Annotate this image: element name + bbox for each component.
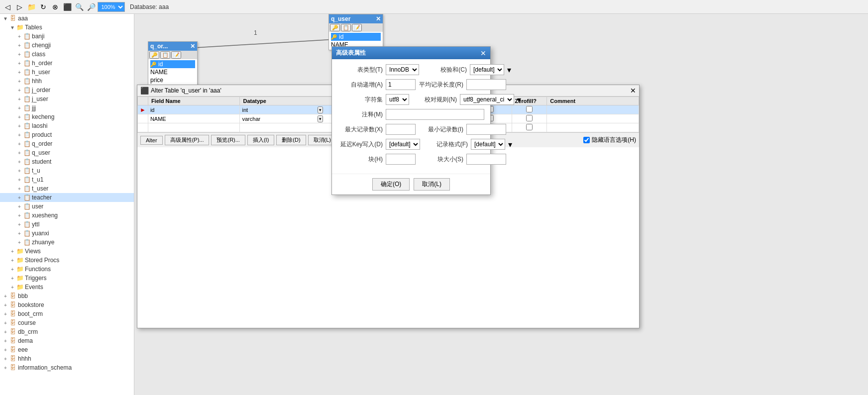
row-datatype-0[interactable]: ▾ bbox=[240, 105, 338, 114]
table-toggle-h_order[interactable]: + bbox=[16, 60, 23, 67]
row-comment-2[interactable] bbox=[547, 123, 639, 132]
db-toggle-hhhh[interactable]: + bbox=[2, 355, 9, 362]
sidebar-item-hhh[interactable]: + 📋 hhh bbox=[0, 77, 134, 86]
q-user-card-close[interactable]: ✕ bbox=[376, 15, 381, 22]
collation-dropdown-icon[interactable]: ▾ bbox=[507, 65, 511, 75]
db-toggle-eee[interactable]: + bbox=[2, 346, 9, 353]
sidebar-item-j_user[interactable]: + 📋 j_user bbox=[0, 95, 134, 103]
row-fieldname-1[interactable] bbox=[148, 114, 240, 123]
toolbar-btn-folder[interactable]: 📁 bbox=[26, 1, 37, 12]
table-toggle-kecheng[interactable]: + bbox=[16, 113, 23, 120]
delete-btn[interactable]: 删除(D) bbox=[276, 135, 306, 145]
dialog-close-btn[interactable]: ✕ bbox=[480, 49, 486, 57]
sidebar-item-product[interactable]: + 📋 product bbox=[0, 130, 134, 139]
table-toggle-t_u1[interactable]: + bbox=[16, 176, 23, 183]
row-fieldname-0[interactable] bbox=[148, 105, 240, 114]
charset-select[interactable]: utf8 bbox=[386, 94, 409, 105]
sidebar-item-t_user[interactable]: + 📋 t_user bbox=[0, 184, 134, 193]
row-zerofill-0[interactable] bbox=[512, 105, 547, 114]
sidebar-db-eee[interactable]: + 🗄 eee bbox=[0, 345, 134, 354]
db-toggle-course[interactable]: + bbox=[2, 319, 9, 326]
max-rows-input[interactable] bbox=[386, 124, 416, 135]
db-toggle-dema[interactable]: + bbox=[2, 337, 9, 344]
section-toggle-Triggers[interactable]: + bbox=[9, 275, 16, 282]
sidebar-root-db[interactable]: ▼ 🗄 aaa bbox=[0, 14, 134, 23]
table-toggle-jjj[interactable]: + bbox=[16, 104, 23, 111]
field-name-input-0[interactable] bbox=[150, 107, 238, 113]
toolbar-btn-refresh[interactable]: ↻ bbox=[38, 1, 49, 12]
table-toggle-zhuanye[interactable]: + bbox=[16, 239, 23, 246]
table-toggle-t_u[interactable]: + bbox=[16, 167, 23, 174]
row-fieldname-2[interactable] bbox=[148, 123, 240, 132]
sidebar-item-q_user[interactable]: + 📋 q_user bbox=[0, 148, 134, 157]
sidebar-db-information_schema[interactable]: + 🗄 information_schema bbox=[0, 363, 134, 372]
sidebar-section-triggers[interactable]: + 📁 Triggers bbox=[0, 274, 134, 283]
datatype-input-1[interactable] bbox=[242, 116, 318, 122]
field-name-input-1[interactable] bbox=[150, 116, 238, 122]
table-toggle-xuesheng[interactable]: + bbox=[16, 212, 23, 219]
collation-select[interactable]: [default] bbox=[470, 64, 504, 75]
table-toggle-chengji[interactable]: + bbox=[16, 42, 23, 49]
q-user-btn1[interactable]: 🔑 bbox=[330, 24, 340, 31]
q-order-card-close[interactable]: ✕ bbox=[190, 43, 195, 50]
sidebar-section-stored-procs[interactable]: + 📁 Stored Procs bbox=[0, 256, 134, 265]
sidebar-item-j_order[interactable]: + 📋 j_order bbox=[0, 86, 134, 95]
sidebar-item-zhuanye[interactable]: + 📋 zhuanye bbox=[0, 238, 134, 247]
sidebar-item-yttl[interactable]: + 📋 yttl bbox=[0, 220, 134, 229]
sidebar-item-h_user[interactable]: + 📋 h_user bbox=[0, 68, 134, 77]
datatype-btn-0[interactable]: ▾ bbox=[318, 106, 323, 113]
advanced-props-btn[interactable]: 高级属性(P)... bbox=[165, 135, 210, 145]
toolbar-btn-6[interactable]: 🔍 bbox=[74, 1, 85, 12]
db-toggle-information_schema[interactable]: + bbox=[2, 364, 9, 371]
collation2-select[interactable]: utf8_general_ci bbox=[460, 94, 514, 105]
avg-row-input[interactable] bbox=[466, 79, 506, 90]
table-toggle-yuanxi[interactable]: + bbox=[16, 230, 23, 237]
hide-lang-checkbox[interactable] bbox=[583, 137, 590, 143]
block-size-input[interactable] bbox=[466, 154, 506, 165]
root-toggle[interactable]: ▼ bbox=[2, 15, 9, 22]
sidebar-db-db_crm[interactable]: + 🗄 db_crm bbox=[0, 327, 134, 336]
sidebar-item-jjj[interactable]: + 📋 jjj bbox=[0, 103, 134, 112]
sidebar-item-t_u1[interactable]: + 📋 t_u1 bbox=[0, 175, 134, 184]
section-toggle-Stored Procs[interactable]: + bbox=[9, 257, 16, 264]
sidebar-db-bookstore[interactable]: + 🗄 bookstore bbox=[0, 300, 134, 309]
toolbar-btn-stop[interactable]: ⊗ bbox=[50, 1, 61, 12]
section-toggle-Views[interactable]: + bbox=[9, 248, 16, 255]
table-toggle-j_order[interactable]: + bbox=[16, 87, 23, 94]
tables-toggle[interactable]: ▼ bbox=[9, 24, 16, 31]
zerofill-cb-1[interactable] bbox=[526, 115, 533, 121]
table-toggle-hhh[interactable]: + bbox=[16, 78, 23, 85]
zerofill-cb-0[interactable] bbox=[526, 106, 533, 112]
comment-input[interactable] bbox=[386, 109, 484, 120]
db-toggle-boot_crm[interactable]: + bbox=[2, 310, 9, 317]
datatype-btn-1[interactable]: ▾ bbox=[318, 115, 323, 122]
comment-input-2[interactable] bbox=[549, 125, 637, 131]
q-user-btn2[interactable]: 📋 bbox=[341, 24, 351, 31]
sidebar-item-laoshi[interactable]: + 📋 laoshi bbox=[0, 121, 134, 130]
zoom-select[interactable]: 100% bbox=[98, 2, 125, 12]
comment-input-0[interactable] bbox=[549, 107, 637, 113]
table-type-select[interactable]: InnoDB bbox=[386, 64, 419, 75]
sidebar-item-xuesheng[interactable]: + 📋 xuesheng bbox=[0, 211, 134, 220]
collation2-dropdown-icon[interactable]: ▾ bbox=[517, 95, 521, 104]
sidebar-item-chengji[interactable]: + 📋 chengji bbox=[0, 41, 134, 50]
datatype-input-0[interactable] bbox=[242, 107, 318, 113]
sidebar-item-kecheng[interactable]: + 📋 kecheng bbox=[0, 112, 134, 121]
sidebar-item-yuanxi[interactable]: + 📋 yuanxi bbox=[0, 229, 134, 238]
dialog-ok-btn[interactable]: 确定(O) bbox=[372, 178, 410, 191]
row-zerofill-1[interactable] bbox=[512, 114, 547, 123]
min-rows-input[interactable] bbox=[466, 124, 506, 135]
table-toggle-student[interactable]: + bbox=[16, 158, 23, 165]
sidebar-item-t_u[interactable]: + 📋 t_u bbox=[0, 166, 134, 175]
table-toggle-banji[interactable]: + bbox=[16, 33, 23, 40]
table-toggle-h_user[interactable]: + bbox=[16, 69, 23, 76]
row-datatype-1[interactable]: ▾ bbox=[240, 114, 338, 123]
alter-close-btn[interactable]: ✕ bbox=[630, 87, 636, 95]
sidebar-item-user[interactable]: + 📋 user bbox=[0, 202, 134, 211]
comment-input-1[interactable] bbox=[549, 116, 637, 122]
toolbar-btn-1[interactable]: ◁ bbox=[2, 1, 13, 12]
q-order-btn3[interactable]: 📝 bbox=[171, 51, 181, 59]
table-toggle-q_order[interactable]: + bbox=[16, 140, 23, 147]
toolbar-btn-2[interactable]: ▷ bbox=[14, 1, 25, 12]
sidebar-db-dema[interactable]: + 🗄 dema bbox=[0, 336, 134, 345]
